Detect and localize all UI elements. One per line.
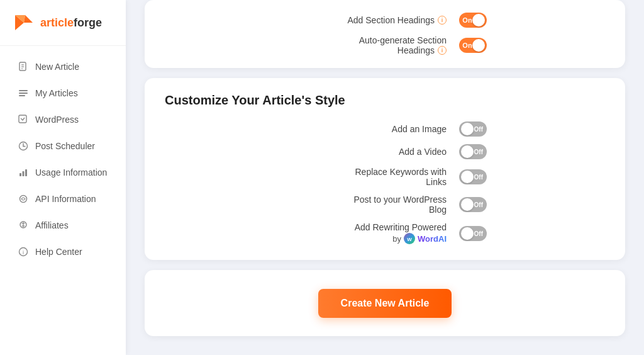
logo-area: articleforge (0, 0, 126, 46)
sidebar-item-affiliates[interactable]: Affiliates (5, 213, 121, 238)
toggle-knob (472, 14, 485, 26)
replace-keywords-label: Replace Keywords with Links (283, 167, 459, 187)
auto-generate-toggle[interactable]: On (459, 38, 487, 53)
new-article-icon (18, 61, 29, 72)
style-card: Customize Your Article's Style Add an Im… (145, 78, 625, 260)
add-video-label: Add a Video (283, 147, 459, 157)
sidebar-label-new-article: New Article (35, 62, 79, 72)
main-content: Add Section Headings i On Auto-generate … (126, 0, 644, 355)
auto-generate-label: Auto-generate Section Headings i (283, 35, 459, 55)
svg-text:W: W (407, 237, 412, 242)
usage-information-icon (18, 167, 29, 178)
style-card-title: Customize Your Article's Style (165, 93, 605, 108)
setting-row-post-wordpress: Post to your WordPress Blog Off (165, 194, 605, 215)
toggle-knob-5 (461, 171, 474, 183)
logo-icon (13, 11, 35, 34)
sidebar: articleforge New Article My Articles Wor… (0, 0, 126, 355)
setting-row-add-video: Add a Video Off (165, 144, 605, 159)
section-headings-card: Add Section Headings i On Auto-generate … (145, 0, 625, 68)
create-article-area: Create New Article (145, 270, 625, 336)
wordai-text: WordAI (418, 234, 447, 244)
svg-point-17 (20, 196, 27, 203)
sidebar-item-usage-information[interactable]: Usage Information (5, 160, 121, 185)
svg-marker-2 (24, 15, 33, 23)
add-image-toggle[interactable]: Off (459, 121, 487, 137)
sidebar-label-post-scheduler: Post Scheduler (35, 141, 95, 151)
create-new-article-button[interactable]: Create New Article (318, 289, 452, 318)
setting-row-add-image: Add an Image Off (165, 121, 605, 137)
svg-rect-15 (23, 171, 25, 176)
my-articles-icon (18, 87, 29, 99)
sidebar-nav: New Article My Articles WordPress Post S… (0, 46, 126, 355)
wordpress-icon (18, 114, 29, 125)
sidebar-item-new-article[interactable]: New Article (5, 54, 121, 79)
svg-text:i: i (23, 249, 24, 256)
affiliates-icon (18, 220, 29, 231)
sidebar-label-usage-information: Usage Information (35, 167, 107, 178)
setting-row-replace-keywords: Replace Keywords with Links Off (165, 167, 605, 187)
toggle-knob-2 (472, 39, 485, 52)
logo-text: articleforge (40, 16, 102, 30)
toggle-knob-3 (461, 123, 474, 135)
sidebar-item-wordpress[interactable]: WordPress (5, 107, 121, 132)
add-rewriting-label: Add Rewriting Powered by W (283, 222, 459, 245)
sidebar-label-help-center: Help Center (35, 247, 82, 257)
toggle-knob-7 (461, 227, 474, 240)
svg-rect-7 (19, 90, 28, 91)
help-center-icon: i (18, 246, 29, 257)
setting-row-add-rewriting: Add Rewriting Powered by W (165, 222, 605, 245)
sidebar-item-post-scheduler[interactable]: Post Scheduler (5, 133, 121, 159)
add-image-label: Add an Image (283, 124, 459, 134)
wordai-logo: by W WordAI (392, 232, 447, 245)
toggle-knob-4 (461, 145, 474, 158)
add-section-headings-label: Add Section Headings i (283, 15, 459, 25)
add-video-toggle[interactable]: Off (459, 144, 487, 159)
sidebar-label-affiliates: Affiliates (35, 220, 69, 230)
sidebar-label-wordpress: WordPress (35, 115, 79, 125)
add-section-headings-toggle[interactable]: On (459, 13, 487, 28)
post-wordpress-label: Post to your WordPress Blog (283, 194, 459, 215)
setting-row-add-section-headings: Add Section Headings i On (170, 13, 600, 28)
svg-rect-14 (19, 173, 21, 176)
replace-keywords-toggle[interactable]: Off (459, 169, 487, 184)
post-scheduler-icon (18, 140, 29, 152)
api-information-icon (18, 193, 29, 205)
sidebar-label-api-information: API Information (35, 194, 96, 204)
svg-rect-10 (19, 115, 26, 123)
wordai-icon: W (403, 232, 416, 245)
svg-rect-8 (19, 93, 28, 94)
toggle-knob-6 (461, 198, 474, 211)
svg-rect-9 (19, 95, 25, 96)
setting-row-auto-generate: Auto-generate Section Headings i On (170, 35, 600, 55)
sidebar-item-api-information[interactable]: API Information (5, 186, 121, 211)
svg-rect-16 (25, 169, 27, 176)
post-wordpress-toggle[interactable]: Off (459, 197, 487, 212)
sidebar-item-my-articles[interactable]: My Articles (5, 81, 121, 106)
sidebar-item-help-center[interactable]: i Help Center (5, 239, 121, 264)
add-rewriting-toggle[interactable]: Off (459, 226, 487, 241)
sidebar-label-my-articles: My Articles (35, 88, 78, 98)
add-section-headings-info-icon[interactable]: i (438, 16, 447, 25)
auto-generate-info-icon[interactable]: i (438, 46, 447, 55)
